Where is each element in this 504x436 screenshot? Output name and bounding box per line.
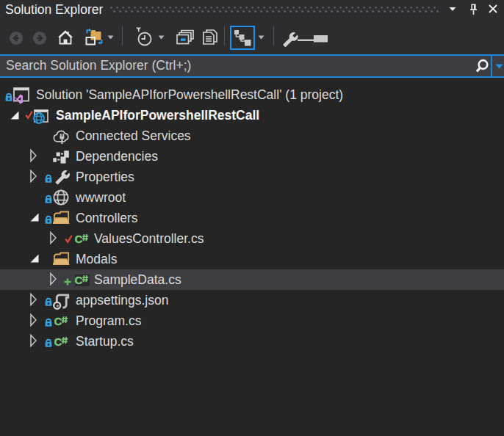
svg-text:C: C [54,336,62,348]
svg-text:C: C [75,275,83,286]
svg-text:C: C [54,316,62,327]
svg-text:C: C [75,233,83,245]
